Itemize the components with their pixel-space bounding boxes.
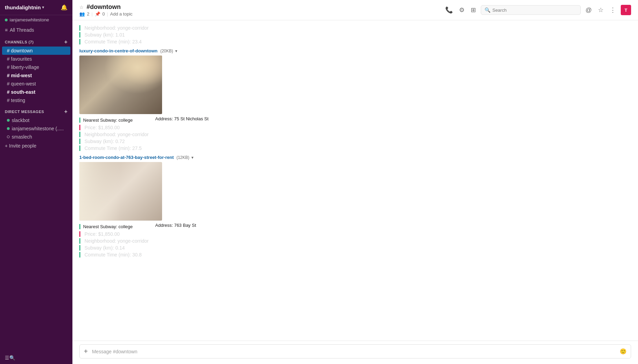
mention-icon[interactable]: @ (584, 5, 593, 15)
channel-header-right: 📞 ⚙ ⊞ 🔍 @ ☆ ⋮ T (444, 5, 631, 15)
file-toggle-2[interactable]: ▾ (191, 155, 193, 160)
dm-username: slackbot (12, 118, 29, 123)
sidebar-item-favourites[interactable]: #favourites (2, 55, 70, 63)
message-input-box: + 🙂 (79, 344, 631, 358)
listing-image-1 (79, 55, 162, 114)
dm-status-dot (7, 127, 10, 130)
workspace-name-text: thundalightnin (5, 4, 41, 10)
dm-item-slackbot[interactable]: slackbot (2, 116, 70, 124)
channel-label: downtown (11, 48, 33, 53)
price-3: Price: $1,850.00 (84, 231, 120, 237)
hash-icon: # (7, 64, 10, 70)
workspace-name[interactable]: thundalightnin ▾ (5, 4, 44, 10)
channels-count: (7) (29, 40, 34, 44)
members-count: 2 (87, 11, 89, 17)
neighborhood-block-3: Neighborhood: yonge-corridor (79, 238, 631, 244)
add-attachment-icon[interactable]: + (84, 347, 88, 355)
invite-label: + Invite people (5, 143, 36, 149)
dm-item-ianjameswhitestone[interactable]: ianjameswhitestone (..... (2, 124, 70, 133)
address-label-2: Address: 75 St Nicholas St (155, 116, 209, 121)
channel-header: ☆ #downtown 👥 2 | 📌 0 | Add a topic 📞 ⚙ … (72, 0, 638, 20)
attachment-detail-commute-1: Commute Time (min): 23.4 (79, 39, 631, 44)
prop-detail-2: Nearest Subway: college Address: 75 St N… (79, 116, 631, 123)
threads-icon: ≡ (5, 27, 8, 33)
online-status-dot (5, 19, 8, 21)
layout-icon[interactable]: ⊞ (469, 5, 477, 15)
address-label-3: Address: 763 Bay St (155, 223, 196, 228)
subway-block-3: Subway (km): 0.14 (79, 245, 631, 251)
sidebar-header: thundalightnin ▾ 🔔 (0, 0, 72, 15)
bookmark-icon[interactable]: ☆ (597, 5, 605, 15)
dm-label: DIRECT MESSAGES (5, 110, 44, 114)
price-block-2: Price: $1,850.00 (79, 125, 631, 130)
search-box[interactable]: 🔍 (481, 5, 581, 15)
channel-label: favourites (11, 56, 32, 62)
channel-header-left: ☆ #downtown 👥 2 | 📌 0 | Add a topic (79, 3, 132, 17)
all-threads-label: All Threads (10, 27, 34, 33)
sidebar-item-testing[interactable]: #testing (2, 96, 70, 104)
nearest-subway-label-3: Nearest Subway: college (83, 224, 133, 229)
add-channel-icon[interactable]: + (64, 39, 68, 45)
sidebar-item-liberty-village[interactable]: #liberty-village (2, 63, 70, 71)
commute-block-3: Commute Time (min): 30.8 (79, 252, 631, 257)
file-size-1: (20KB) (160, 49, 173, 53)
search-icon: 🔍 (485, 7, 490, 13)
file-link-2[interactable]: 1-bed-room-condo-at-763-bay-street-for-r… (79, 155, 174, 160)
dm-status-dot (7, 119, 10, 122)
messages-area: Neighborhood: yonge-corridor Subway (km)… (72, 20, 638, 341)
subway-2: Subway (km): 0.72 (84, 139, 125, 144)
sidebar-item-south-east[interactable]: #south-east (2, 88, 70, 96)
emoji-icon[interactable]: 🙂 (620, 348, 627, 355)
dm-list: slackbotianjameswhitestone (.....smaslec… (0, 116, 72, 141)
hash-icon: # (7, 98, 10, 103)
message-input-area: + 🙂 (72, 341, 638, 364)
message-block-3: 1-bed-room-condo-at-763-bay-street-for-r… (79, 154, 631, 257)
channels-list: #downtown#favourites#liberty-village#mid… (0, 47, 72, 104)
dm-section-header: DIRECT MESSAGES + (0, 104, 72, 116)
hash-icon: # (7, 81, 10, 87)
sidebar-item-downtown[interactable]: #downtown (2, 47, 70, 55)
channels-label: CHANNELS (5, 40, 27, 44)
channel-label: south-east (11, 89, 36, 95)
sidebar: thundalightnin ▾ 🔔 ianjameswhitestone ≡ … (0, 0, 72, 364)
dm-username: ianjameswhitestone (..... (12, 126, 64, 131)
hash-icon: # (7, 73, 10, 78)
price-2: Price: $1,850.00 (84, 125, 120, 130)
prop-detail-3: Nearest Subway: college Address: 763 Bay… (79, 223, 631, 230)
message-input[interactable] (92, 349, 617, 354)
subway-detail-1: Subway (km): 1.01 (84, 32, 125, 38)
subway-3: Subway (km): 0.14 (84, 245, 125, 251)
dm-item-smaslech[interactable]: smaslech (2, 133, 70, 141)
avatar[interactable]: T (621, 5, 631, 15)
members-icon: 👥 (79, 11, 85, 17)
gear-icon[interactable]: ⚙ (458, 5, 466, 15)
message-block-1: Neighborhood: yonge-corridor Subway (km)… (79, 25, 631, 44)
more-icon[interactable]: ⋮ (608, 5, 617, 15)
search-input[interactable] (492, 8, 577, 13)
channel-title: #downtown (87, 3, 121, 11)
hash-icon: # (7, 48, 10, 53)
workspace-chevron-icon: ▾ (42, 5, 44, 10)
neighborhood-block-2: Neighborhood: yonge-corridor (79, 132, 631, 137)
invite-people-button[interactable]: + Invite people (0, 141, 72, 151)
neighborhood-detail-1: Neighborhood: yonge-corridor (84, 25, 149, 31)
file-link-1[interactable]: luxury-condo-in-centre-of-downtown (79, 48, 158, 53)
notifications-bell-icon[interactable]: 🔔 (61, 4, 68, 11)
neighborhood-3: Neighborhood: yonge-corridor (84, 238, 149, 244)
star-icon[interactable]: ☆ (79, 4, 84, 10)
add-dm-icon[interactable]: + (64, 109, 68, 115)
sidebar-footer-icon: ☰🔍 (5, 355, 15, 361)
phone-icon[interactable]: 📞 (444, 5, 454, 15)
user-status-row: ianjameswhitestone (0, 15, 72, 25)
add-topic-button[interactable]: Add a topic (110, 11, 132, 17)
channel-label: mid-west (11, 73, 32, 78)
sidebar-item-mid-west[interactable]: #mid-west (2, 71, 70, 80)
neighborhood-2: Neighborhood: yonge-corridor (84, 132, 149, 137)
sidebar-item-queen-west[interactable]: #queen-west (2, 80, 70, 88)
file-toggle-1[interactable]: ▾ (175, 49, 177, 53)
hash-icon: # (7, 89, 10, 95)
channel-label: liberty-village (11, 64, 39, 70)
message-block-2: luxury-condo-in-centre-of-downtown (20KB… (79, 48, 631, 151)
all-threads-item[interactable]: ≡ All Threads (0, 25, 72, 35)
channel-label: testing (11, 98, 25, 103)
